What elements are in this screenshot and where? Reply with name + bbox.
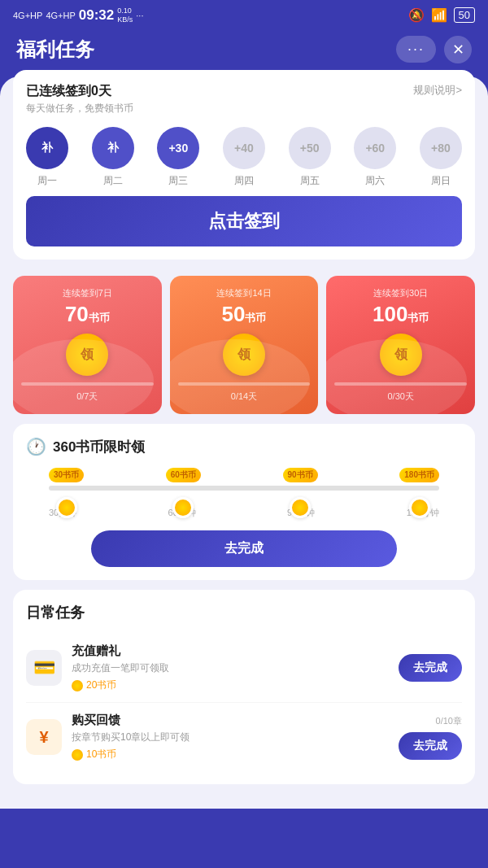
timeline-node: 60书币 <box>166 468 201 507</box>
day-item[interactable]: 补周一 <box>26 127 68 188</box>
task-icon: 💳 <box>26 650 62 686</box>
status-bar: 4G+HP 4G+HP 09:32 0.10KB/s ··· 🔕 📶 50 <box>0 0 488 28</box>
carrier2-label: 4G+HP <box>46 11 75 20</box>
more-button[interactable]: ··· <box>396 36 436 63</box>
task-progress: 0/10章 <box>436 715 462 727</box>
task-item: 💳 充值赠礼 成功充值一笔即可领取 20书币 去完成 <box>26 634 462 703</box>
signin-button[interactable]: 点击签到 <box>26 196 462 246</box>
day-label: 周五 <box>300 174 320 188</box>
node-badge: 60书币 <box>166 468 201 482</box>
day-item[interactable]: +30周三 <box>157 127 199 188</box>
close-button[interactable]: ✕ <box>444 36 472 63</box>
battery-icon: 50 <box>454 7 475 23</box>
task-icon: ¥ <box>26 719 62 755</box>
streak-label: 连续签到30日 <box>373 287 428 299</box>
task-complete-button[interactable]: 去完成 <box>399 654 462 682</box>
day-circle: +80 <box>420 127 462 169</box>
task-right: 0/10章 去完成 <box>399 715 462 760</box>
speed-label: 0.10KB/s <box>117 7 133 24</box>
streak-card[interactable]: 连续签到14日 50书币 领 0/14天 <box>170 276 319 415</box>
checkin-subtitle: 每天做任务，免费领书币 <box>26 102 133 116</box>
time-reward-title: 360书币限时领 <box>53 438 145 456</box>
main-content: 已连续签到0天 每天做任务，免费领书币 规则说明> 补周一补周二+30周三+40… <box>0 76 488 809</box>
task-name: 充值赠礼 <box>72 643 389 659</box>
days-row: 补周一补周二+30周三+40周四+50周五+60周六+80周日 <box>26 127 462 188</box>
wifi-icon: 📶 <box>431 7 447 23</box>
day-circle: 补 <box>26 127 68 169</box>
streak-card[interactable]: 连续签到7日 70书币 领 0/7天 <box>13 276 162 415</box>
checkin-title-group: 已连续签到0天 每天做任务，免费领书币 <box>26 83 133 116</box>
carrier1-label: 4G+HP <box>13 11 42 20</box>
header-actions: ··· ✕ <box>396 36 472 63</box>
day-item[interactable]: +80周日 <box>420 127 462 188</box>
day-label: 周日 <box>431 174 451 188</box>
day-item[interactable]: +60周六 <box>354 127 396 188</box>
timeline-node: 180书币 <box>399 468 439 507</box>
streak-coins: 50书币 <box>222 303 267 326</box>
streak-coins: 100书币 <box>373 303 429 326</box>
timeline-labels: 30分钟60分钟90分钟180分钟 <box>49 507 439 519</box>
day-item[interactable]: 补周二 <box>92 127 134 188</box>
streak-card-bg <box>170 339 311 414</box>
time-reward-header: 🕐 360书币限时领 <box>26 437 462 456</box>
day-label: 周三 <box>168 174 188 188</box>
day-circle: +60 <box>354 127 396 169</box>
daily-title: 日常任务 <box>26 603 462 622</box>
task-desc: 成功充值一笔即可领取 <box>72 661 389 675</box>
daily-section: 日常任务 💳 充值赠礼 成功充值一笔即可领取 20书币 去完成 ¥ 购买回馈 按… <box>13 590 475 784</box>
node-badge: 90书币 <box>283 468 318 482</box>
timeline-nodes: 30书币 60书币 90书币 180书币 <box>49 468 439 507</box>
node-circle <box>56 497 77 518</box>
task-info: 购买回馈 按章节购买10章以上即可领 10书币 <box>72 713 389 761</box>
timeline-node: 90书币 <box>283 468 318 507</box>
streak-card[interactable]: 连续签到30日 100书币 领 0/30天 <box>326 276 475 415</box>
ellipsis-label: ··· <box>136 11 143 20</box>
task-name: 购买回馈 <box>72 713 389 728</box>
streak-card-bg <box>326 339 467 414</box>
coin-dot-icon <box>72 680 83 691</box>
clock-icon: 🕐 <box>26 437 46 456</box>
streak-card-bg <box>13 339 154 414</box>
streak-section: 连续签到7日 70书币 领 0/7天 连续签到14日 50书币 领 0/14天 … <box>13 276 475 415</box>
day-circle: +30 <box>157 127 199 169</box>
node-badge: 30书币 <box>49 468 84 482</box>
day-label: 周二 <box>103 174 123 188</box>
checkin-card: 已连续签到0天 每天做任务，免费领书币 规则说明> 补周一补周二+30周三+40… <box>13 70 475 260</box>
streak-label: 连续签到7日 <box>63 287 112 299</box>
timeline-track: 30书币 60书币 90书币 180书币 <box>49 486 439 491</box>
timeline: 30书币 60书币 90书币 180书币 30分钟60分钟90分钟180分钟 <box>26 486 462 519</box>
timeline-node: 30书币 <box>49 468 84 507</box>
coin-dot-icon <box>72 749 83 761</box>
node-circle <box>409 497 430 518</box>
day-circle: +40 <box>223 127 265 169</box>
time-label: 09:32 <box>79 7 114 24</box>
time-reward-section: 🕐 360书币限时领 30书币 60书币 90书币 180书币 30分钟60分钟… <box>13 424 475 580</box>
page-title: 福利任务 <box>16 37 94 63</box>
time-complete-button[interactable]: 去完成 <box>91 530 396 567</box>
day-label: 周六 <box>365 174 385 188</box>
streak-coins: 70书币 <box>65 303 110 326</box>
node-badge: 180书币 <box>399 468 439 482</box>
tasks-list: 💳 充值赠礼 成功充值一笔即可领取 20书币 去完成 ¥ 购买回馈 按章节购买1… <box>26 634 462 771</box>
task-right: 去完成 <box>399 654 462 682</box>
task-reward: 20书币 <box>72 678 389 692</box>
task-complete-button[interactable]: 去完成 <box>399 732 462 760</box>
day-item[interactable]: +40周四 <box>223 127 265 188</box>
page-header: 福利任务 ··· ✕ <box>0 28 488 76</box>
task-reward: 10书币 <box>72 748 389 761</box>
bell-icon: 🔕 <box>408 7 425 23</box>
task-info: 充值赠礼 成功充值一笔即可领取 20书币 <box>72 643 389 692</box>
checkin-title: 已连续签到0天 <box>26 83 133 100</box>
checkin-rule-link[interactable]: 规则说明> <box>413 83 462 98</box>
status-right: 🔕 📶 50 <box>408 7 475 23</box>
task-desc: 按章节购买10章以上即可领 <box>72 731 389 744</box>
day-item[interactable]: +50周五 <box>289 127 331 188</box>
streak-label: 连续签到14日 <box>216 287 271 299</box>
day-label: 周四 <box>234 174 254 188</box>
task-item: ¥ 购买回馈 按章节购买10章以上即可领 10书币 0/10章 去完成 <box>26 703 462 771</box>
checkin-header: 已连续签到0天 每天做任务，免费领书币 规则说明> <box>26 83 462 116</box>
day-label: 周一 <box>37 174 57 188</box>
day-circle: +50 <box>289 127 331 169</box>
status-left: 4G+HP 4G+HP 09:32 0.10KB/s ··· <box>13 7 143 24</box>
day-circle: 补 <box>92 127 134 169</box>
